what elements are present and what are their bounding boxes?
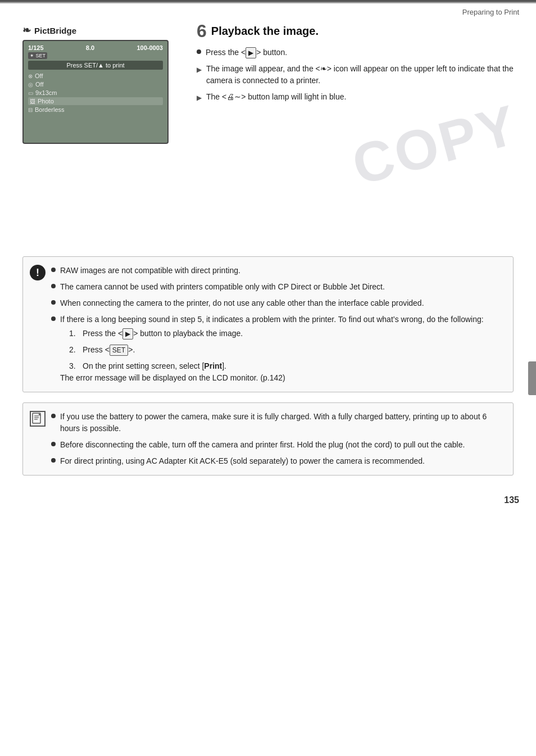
step-header: 6 Playback the image.: [197, 24, 514, 40]
step-bullet-1: Press the <▶> button.: [197, 47, 514, 58]
warning-text-4-main: If there is a long beeping sound in step…: [60, 315, 484, 324]
sub-num-3: 3.: [69, 360, 78, 372]
warning-text-3: When connecting the camera to the printe…: [60, 297, 424, 309]
bullet-circle: [51, 284, 56, 288]
bullet-arrow-3: ▶: [197, 93, 202, 103]
pictbridge-label: ❧ PictBridge: [22, 24, 180, 37]
bullet-circle: [51, 414, 56, 418]
warning-item-1: RAW images are not compatible with direc…: [51, 265, 504, 277]
warning-sub-text-3: On the print setting screen, select [Pri…: [83, 360, 226, 372]
warning-item-2: The camera cannot be used with printers …: [51, 281, 504, 293]
lcd-menu-item: ◎ Off: [28, 80, 163, 88]
lcd-top-row: 1/125 8.0 100-0003: [28, 44, 163, 51]
note-text-2: Before disconnecting the cable, turn off…: [60, 439, 465, 451]
lcd-menu-item: ▭ 9x13cm: [28, 89, 163, 97]
lcd-top-left: 1/125: [28, 44, 44, 51]
warning-text-1: RAW images are not compatible with direc…: [60, 265, 240, 277]
warning-list: RAW images are not compatible with direc…: [51, 265, 504, 384]
lcd-icon: ⊟: [28, 107, 33, 113]
lcd-top-mid: 8.0: [86, 44, 94, 51]
step-title: Playback the image.: [211, 24, 319, 38]
step-bullet-list: Press the <▶> button. ▶ The image will a…: [197, 47, 514, 103]
note-item-2: Before disconnecting the cable, turn off…: [51, 439, 504, 451]
lcd-set-icon: ✴ SET: [28, 52, 47, 59]
warning-sub-text-2: Press <SET>.: [83, 344, 135, 356]
note-svg-icon: [32, 413, 43, 425]
lcd-menu-item: ⊟ Borderless: [28, 106, 163, 114]
lcd-icon: ▭: [28, 90, 33, 96]
note-box: If you use the battery to power the came…: [22, 402, 514, 476]
play-button-inline: ▶: [246, 47, 256, 58]
warning-box: ! RAW images are not compatible with dir…: [22, 256, 514, 392]
right-panel: 6 Playback the image. Press the <▶> butt…: [197, 24, 514, 144]
main-content: ❧ PictBridge 1/125 8.0 100-0003 ✴ SET Pr…: [0, 19, 536, 487]
step-bullet-2-text: The image will appear, and the <❧> icon …: [206, 63, 514, 87]
bullet-circle: [51, 268, 56, 272]
note-text-1: If you use the battery to power the came…: [60, 411, 504, 434]
note-text-3: For direct printing, using AC Adapter Ki…: [60, 455, 425, 467]
warning-sub-1: 1. Press the <▶> button to playback the …: [69, 328, 484, 339]
step-bullet-2: ▶ The image will appear, and the <❧> ico…: [197, 63, 514, 87]
sub-num-2: 2.: [69, 344, 78, 356]
bullet-arrow-2: ▶: [197, 65, 202, 75]
warning-sub-text-1: Press the <▶> button to playback the ima…: [83, 328, 243, 339]
step-bullet-3: ▶ The <🖨∼> button lamp will light in blu…: [197, 91, 514, 103]
step-section: ❧ PictBridge 1/125 8.0 100-0003 ✴ SET Pr…: [22, 24, 514, 144]
warning-sub-list: 1. Press the <▶> button to playback the …: [69, 328, 484, 372]
lcd-icon: ◎: [28, 82, 33, 88]
warning-text-2: The camera cannot be used with printers …: [60, 281, 385, 293]
note-icon: [30, 411, 46, 427]
header-title: Preparing to Print: [462, 8, 519, 16]
lcd-menu-text: Borderless: [35, 106, 65, 113]
warning-item-3: When connecting the camera to the printe…: [51, 297, 504, 309]
lcd-menu-text: Off: [35, 73, 43, 79]
set-btn-sub: SET: [110, 345, 128, 356]
warning-text-4-container: If there is a long beeping sound in step…: [60, 314, 484, 384]
bullet-circle: [51, 458, 56, 463]
side-tab: [528, 361, 536, 395]
step-number: 6: [197, 22, 207, 40]
warning-after-text: The error message will be displayed on t…: [60, 372, 484, 384]
bullet-circle-1: [197, 49, 201, 54]
note-item-3: For direct printing, using AC Adapter Ki…: [51, 455, 504, 467]
page-number: 135: [504, 495, 519, 505]
warning-sub-3: 3. On the print setting screen, select […: [69, 360, 484, 372]
note-list: If you use the battery to power the came…: [51, 411, 504, 467]
page-number-row: 135: [0, 487, 536, 511]
pictbridge-text: PictBridge: [34, 26, 76, 35]
warning-icon: !: [30, 265, 46, 280]
bullet-circle: [51, 442, 56, 446]
lcd-set-bar: Press SET/▲ to print: [28, 61, 163, 70]
lcd-menu-text: Photo: [38, 98, 54, 105]
camera-lcd: 1/125 8.0 100-0003 ✴ SET Press SET/▲ to …: [22, 40, 169, 144]
lcd-icon: 🖼: [30, 98, 35, 105]
watermark-spacer: [22, 155, 514, 256]
header: Preparing to Print: [0, 3, 536, 19]
step-bullet-1-text: Press the <▶> button.: [206, 47, 287, 58]
lcd-menu-text: Off: [35, 81, 43, 88]
lcd-icon: ⊗: [28, 73, 33, 79]
note-item-1: If you use the battery to power the came…: [51, 411, 504, 434]
play-btn-sub: ▶: [122, 328, 133, 339]
bullet-circle: [51, 316, 56, 321]
pictbridge-icon: ❧: [22, 24, 31, 37]
left-panel: ❧ PictBridge 1/125 8.0 100-0003 ✴ SET Pr…: [22, 24, 180, 144]
bullet-circle: [51, 300, 56, 305]
warning-sub-2: 2. Press <SET>.: [69, 344, 484, 356]
lcd-menu: ⊗ Off ◎ Off ▭ 9x13cm 🖼 Photo: [28, 72, 163, 114]
lcd-menu-item-photo: 🖼 Photo: [28, 97, 163, 105]
warning-item-4: If there is a long beeping sound in step…: [51, 314, 504, 384]
lcd-menu-item: ⊗ Off: [28, 72, 163, 80]
lcd-top-right: 100-0003: [137, 44, 163, 51]
lcd-menu-text: 9x13cm: [35, 89, 57, 96]
sub-num-1: 1.: [69, 328, 78, 339]
step-bullet-3-text: The <🖨∼> button lamp will light in blue.: [206, 91, 346, 103]
